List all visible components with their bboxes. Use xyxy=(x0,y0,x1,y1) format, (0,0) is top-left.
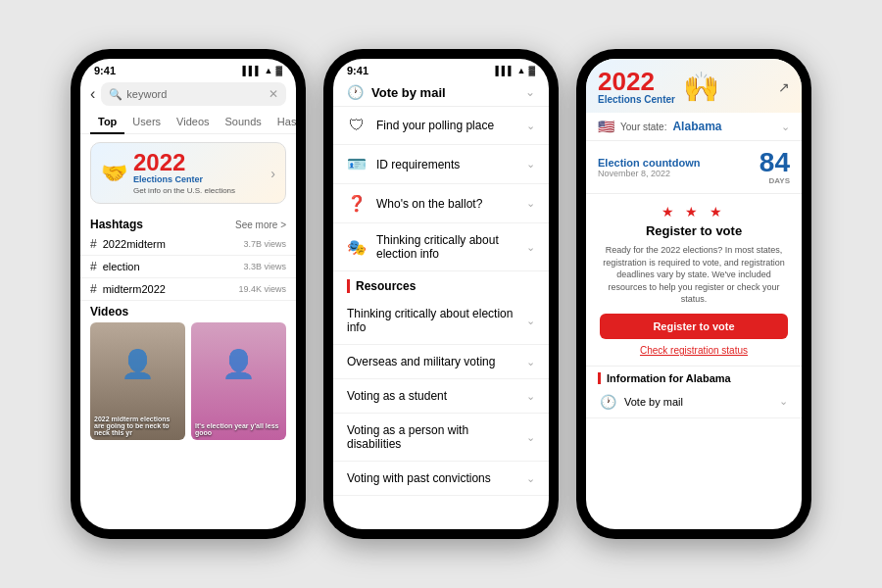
elections-center-label: Elections Center xyxy=(133,174,270,184)
tab-sounds[interactable]: Sounds xyxy=(218,110,270,133)
tab-videos[interactable]: Videos xyxy=(169,110,217,133)
phone-2: 9:41 ▌▌▌ ▲ ▓ 🕐 Vote by mail ⌄ 🛡 Find you… xyxy=(323,49,559,539)
hashtag-name-1: 2022midterm xyxy=(103,238,238,250)
register-button[interactable]: Register to vote xyxy=(600,314,788,339)
share-icon[interactable]: ↗ xyxy=(778,79,790,95)
hashtag-row-2[interactable]: # election 3.3B views xyxy=(80,256,296,278)
p3-hands-icon: 🙌 xyxy=(683,70,719,104)
chevron-r3: ⌄ xyxy=(526,390,535,403)
resources-section: Resources xyxy=(333,271,549,297)
chevron-ballot: ⌄ xyxy=(526,197,535,210)
videos-title: Videos xyxy=(90,305,286,318)
elections-arrow-icon: › xyxy=(270,166,275,181)
chevron-r2: ⌄ xyxy=(526,356,535,368)
time-2: 9:41 xyxy=(347,65,368,76)
state-label: Your state: xyxy=(620,122,666,132)
menu-item-polling-text: Find your polling place xyxy=(376,119,516,132)
chevron-r4: ⌄ xyxy=(526,431,535,444)
resource-text-5: Voting with past convictions xyxy=(347,471,516,485)
phone-1-screen: 9:41 ▌▌▌ ▲ ▓ ‹ 🔍 keyword ✕ Top User xyxy=(80,59,296,529)
p3-vote-mail-text: Vote by mail xyxy=(624,396,771,408)
clear-icon[interactable]: ✕ xyxy=(269,87,278,101)
id-icon: 🪪 xyxy=(347,155,367,173)
menu-item-ballot[interactable]: ❓ Who's on the ballot? ⌄ xyxy=(333,184,549,223)
resource-text-2: Overseas and military voting xyxy=(347,355,516,368)
menu-chevron-icon: ⌄ xyxy=(525,85,535,99)
hands-icon: 🤝 xyxy=(101,161,127,186)
countdown-date: November 8, 2022 xyxy=(598,169,760,178)
menu-item-critical[interactable]: 🎭 Thinking critically about election inf… xyxy=(333,223,549,271)
shield-icon: 🛡 xyxy=(347,117,367,134)
countdown-right: 84 DAYS xyxy=(760,149,790,185)
tab-users[interactable]: Users xyxy=(124,110,169,133)
p3-ec-label: Elections Center xyxy=(598,94,675,105)
state-row[interactable]: 🇺🇸 Your state: Alabama ⌄ xyxy=(586,113,802,141)
back-button[interactable]: ‹ xyxy=(90,85,95,103)
elections-year: 2022 xyxy=(133,151,270,174)
menu-item-id-text: ID requirements xyxy=(376,158,516,172)
elections-banner[interactable]: 🤝 2022 Elections Center Get info on the … xyxy=(90,142,286,204)
search-input[interactable]: 🔍 keyword ✕ xyxy=(101,82,286,106)
hashtag-views-3: 19.4K views xyxy=(238,284,286,294)
tab-hashtags[interactable]: Hashtags xyxy=(270,110,296,133)
wifi-icon: ▲ xyxy=(265,66,273,75)
resource-item-1[interactable]: Thinking critically about election info … xyxy=(333,297,549,345)
search-row: ‹ 🔍 keyword ✕ xyxy=(80,78,296,110)
signal-icon-2: ▌▌▌ xyxy=(495,66,514,75)
status-bar-2: 9:41 ▌▌▌ ▲ ▓ xyxy=(333,59,549,78)
resource-item-2[interactable]: Overseas and military voting ⌄ xyxy=(333,345,549,379)
resource-item-5[interactable]: Voting with past convictions ⌄ xyxy=(333,462,549,496)
wifi-icon-2: ▲ xyxy=(517,66,526,75)
tab-top[interactable]: Top xyxy=(90,110,124,133)
search-icon: 🔍 xyxy=(109,88,122,101)
resource-item-3[interactable]: Voting as a student ⌄ xyxy=(333,379,549,414)
hashtag-row-1[interactable]: # 2022midterm 3.7B views xyxy=(80,233,296,256)
p3-vote-mail[interactable]: 🕐 Vote by mail ⌄ xyxy=(586,386,802,418)
hashtags-header: Hashtags See more > xyxy=(80,212,296,233)
menu-header-title: Vote by mail xyxy=(371,85,517,100)
video-caption-1: 2022 midterm elections are going to be n… xyxy=(94,416,181,436)
hashtag-row-3[interactable]: # midterm2022 19.4K views xyxy=(80,278,296,301)
resource-text-4: Voting as a person with disabilities xyxy=(347,423,516,451)
chevron-id: ⌄ xyxy=(526,158,535,171)
hashtag-views-1: 3.7B views xyxy=(243,239,286,249)
hashtag-name-3: midterm2022 xyxy=(103,283,233,295)
countdown-row: Election countdown November 8, 2022 84 D… xyxy=(586,141,802,194)
hashtag-icon-2: # xyxy=(90,260,97,273)
menu-header[interactable]: 🕐 Vote by mail ⌄ xyxy=(333,78,549,107)
phone-3-screen: 2022 Elections Center 🙌 ↗ 🇺🇸 Your state:… xyxy=(586,59,802,529)
menu-item-ballot-text: Who's on the ballot? xyxy=(376,197,516,211)
battery-icon-2: ▓ xyxy=(528,66,535,75)
countdown-days: DAYS xyxy=(760,176,790,185)
elections-sub: Get info on the U.S. elections xyxy=(133,186,270,195)
check-status-link[interactable]: Check registration status xyxy=(600,345,788,356)
countdown-title: Election countdown xyxy=(598,157,760,169)
question-icon: ❓ xyxy=(347,194,367,213)
hashtag-views-2: 3.3B views xyxy=(243,262,286,271)
resource-text-1: Thinking critically about election info xyxy=(347,307,516,334)
menu-item-id[interactable]: 🪪 ID requirements ⌄ xyxy=(333,145,549,184)
resource-text-3: Voting as a student xyxy=(347,389,516,403)
register-section: ★ ★ ★ Register to vote Ready for the 202… xyxy=(586,194,802,367)
videos-section: Videos 👤 2022 midterm elections are goin… xyxy=(80,301,296,444)
status-icons-1: ▌▌▌ ▲ ▓ xyxy=(242,66,282,75)
phone-1: 9:41 ▌▌▌ ▲ ▓ ‹ 🔍 keyword ✕ Top User xyxy=(71,49,306,539)
status-icons-2: ▌▌▌ ▲ ▓ xyxy=(495,66,535,75)
p3-elections-banner: 2022 Elections Center 🙌 ↗ xyxy=(586,59,802,113)
p3-chevron-icon: ⌄ xyxy=(779,395,788,408)
video-grid: 👤 2022 midterm elections are going to be… xyxy=(90,322,286,440)
video-thumb-1[interactable]: 👤 2022 midterm elections are going to be… xyxy=(90,322,185,440)
see-more-link[interactable]: See more > xyxy=(235,220,286,230)
hashtag-name-2: election xyxy=(103,261,238,272)
info-alabama-section: Information for Alabama xyxy=(586,367,802,386)
video-thumb-2[interactable]: 👤 It's election year y'all less gooo xyxy=(191,322,286,440)
p3-year: 2022 xyxy=(598,69,675,94)
resource-item-4[interactable]: Voting as a person with disabilities ⌄ xyxy=(333,414,549,462)
menu-item-polling[interactable]: 🛡 Find your polling place ⌄ xyxy=(333,107,549,145)
elections-text: 2022 Elections Center Get info on the U.… xyxy=(133,151,270,195)
hashtag-icon-3: # xyxy=(90,282,97,296)
search-value: keyword xyxy=(126,88,167,100)
flag-icon: 🇺🇸 xyxy=(598,119,614,134)
time-1: 9:41 xyxy=(94,65,116,76)
phone-2-screen: 9:41 ▌▌▌ ▲ ▓ 🕐 Vote by mail ⌄ 🛡 Find you… xyxy=(333,59,549,529)
